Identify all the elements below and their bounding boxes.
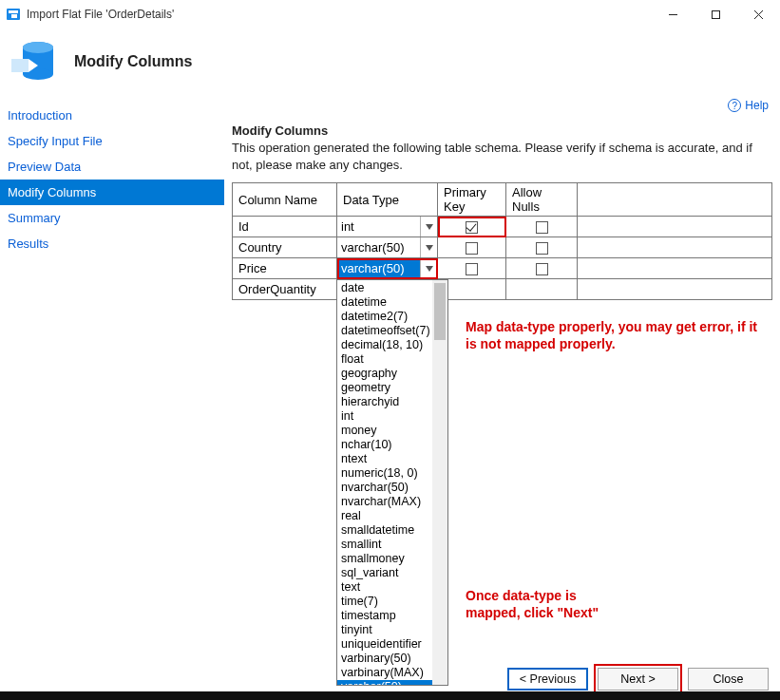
help-link[interactable]: ? Help xyxy=(728,99,769,112)
annotation-map-type: Map data-type properly, you may get erro… xyxy=(466,318,760,352)
dropdown-option[interactable]: datetime2(7) xyxy=(337,310,447,324)
data-type-value: int xyxy=(337,218,420,236)
dropdown-option[interactable]: tinyint xyxy=(337,623,447,637)
dropdown-option[interactable]: float xyxy=(337,352,447,367)
dropdown-option[interactable]: numeric(18, 0) xyxy=(337,466,447,481)
svg-rect-11 xyxy=(11,59,29,72)
cell-column-name[interactable]: OrderQuantity xyxy=(233,279,337,300)
dropdown-option[interactable]: date xyxy=(337,281,447,295)
col-header-type[interactable]: Data Type xyxy=(337,183,438,217)
dropdown-option[interactable]: nchar(10) xyxy=(337,438,447,452)
col-header-name[interactable]: Column Name xyxy=(233,183,337,217)
sidebar-item-introduction[interactable]: Introduction xyxy=(0,103,224,128)
cell-empty xyxy=(578,279,772,300)
database-import-icon xyxy=(10,38,57,85)
data-type-value: varchar(50) xyxy=(337,238,420,256)
cell-column-name[interactable]: Id xyxy=(233,217,337,237)
col-header-empty xyxy=(578,183,772,217)
cell-empty xyxy=(578,258,772,279)
schema-table: Column Name Data Type Primary Key Allow … xyxy=(232,182,772,300)
next-button[interactable]: Next > xyxy=(598,668,678,691)
app-icon xyxy=(6,7,21,22)
cell-allow-nulls[interactable] xyxy=(506,279,578,300)
checkbox-nulls[interactable] xyxy=(536,242,548,255)
sidebar-item-preview-data[interactable]: Preview Data xyxy=(0,154,224,180)
data-type-dropdown[interactable]: datedatetimedatetime2(7)datetimeoffset(7… xyxy=(336,279,448,686)
dropdown-option[interactable]: money xyxy=(337,424,447,438)
dropdown-option[interactable]: varbinary(MAX) xyxy=(337,666,447,680)
cell-data-type[interactable]: varchar(50) xyxy=(337,237,438,258)
maximize-button[interactable] xyxy=(694,0,737,28)
table-row: Price varchar(50) xyxy=(233,258,772,279)
sidebar-item-specify-input[interactable]: Specify Input File xyxy=(0,128,224,154)
dropdown-option[interactable]: timestamp xyxy=(337,609,447,623)
col-header-nulls[interactable]: Allow Nulls xyxy=(506,183,578,217)
checkbox-pk[interactable] xyxy=(466,263,478,275)
dropdown-option[interactable]: decimal(18, 10) xyxy=(337,338,447,352)
dropdown-option[interactable]: smallmoney xyxy=(337,552,447,566)
page-title: Modify Columns xyxy=(74,53,192,70)
dropdown-option[interactable]: real xyxy=(337,509,447,523)
dropdown-option[interactable]: sql_variant xyxy=(337,566,447,580)
annotation-next-l1: Once data-type is xyxy=(466,587,577,604)
sidebar-item-modify-columns[interactable]: Modify Columns xyxy=(0,180,224,205)
cell-empty xyxy=(578,217,772,237)
sidebar-item-results[interactable]: Results xyxy=(0,231,224,256)
window-titlebar: Import Flat File 'OrderDetails' xyxy=(0,0,780,28)
dropdown-option[interactable]: smalldatetime xyxy=(337,523,447,538)
dropdown-option[interactable]: hierarchyid xyxy=(337,395,447,409)
checkbox-pk[interactable] xyxy=(466,242,478,255)
cell-column-name[interactable]: Price xyxy=(233,258,337,279)
cell-column-name[interactable]: Country xyxy=(233,237,337,258)
dropdown-option[interactable]: datetimeoffset(7) xyxy=(337,324,447,338)
dropdown-option[interactable]: nvarchar(50) xyxy=(337,481,447,495)
cell-primary-key[interactable] xyxy=(438,217,506,237)
dropdown-scrollbar[interactable] xyxy=(432,280,447,685)
cell-primary-key[interactable] xyxy=(438,258,506,279)
cell-data-type[interactable]: int xyxy=(337,217,438,237)
chevron-down-icon[interactable] xyxy=(420,217,437,236)
dropdown-option[interactable]: uniqueidentifier xyxy=(337,637,447,652)
cell-allow-nulls[interactable] xyxy=(506,258,578,279)
previous-button[interactable]: < Previous xyxy=(507,668,588,691)
svg-marker-14 xyxy=(426,245,433,251)
taskbar xyxy=(0,691,780,700)
annotation-next-l2: mapped, click "Next" xyxy=(466,604,599,621)
dropdown-option[interactable]: geometry xyxy=(337,381,447,395)
table-row: OrderQuantity xyxy=(233,279,772,300)
chevron-down-icon[interactable] xyxy=(420,237,437,257)
cell-primary-key[interactable] xyxy=(438,237,506,258)
checkbox-nulls[interactable] xyxy=(536,263,548,275)
close-wizard-button[interactable]: Close xyxy=(688,668,769,691)
col-header-pk[interactable]: Primary Key xyxy=(438,183,506,217)
dropdown-option[interactable]: int xyxy=(337,409,447,424)
help-icon: ? xyxy=(728,99,741,112)
svg-rect-4 xyxy=(713,10,720,18)
cell-allow-nulls[interactable] xyxy=(506,237,578,258)
dropdown-option[interactable]: smallint xyxy=(337,538,447,552)
dropdown-option[interactable]: nvarchar(MAX) xyxy=(337,495,447,509)
sidebar-item-summary[interactable]: Summary xyxy=(0,205,224,231)
dropdown-option[interactable]: varchar(50) xyxy=(337,680,447,686)
checkbox-nulls[interactable] xyxy=(536,221,548,234)
chevron-down-icon[interactable] xyxy=(420,258,437,278)
dropdown-option[interactable]: ntext xyxy=(337,452,447,466)
minimize-button[interactable] xyxy=(652,0,694,28)
window-title: Import Flat File 'OrderDetails' xyxy=(27,8,174,21)
svg-marker-15 xyxy=(426,266,433,272)
scrollbar-thumb[interactable] xyxy=(434,283,446,340)
cell-empty xyxy=(578,237,772,258)
close-button[interactable] xyxy=(737,0,780,28)
dropdown-option[interactable]: datetime xyxy=(337,295,447,310)
dropdown-option[interactable]: text xyxy=(337,580,447,595)
svg-marker-13 xyxy=(426,224,433,230)
svg-point-10 xyxy=(23,42,53,53)
help-text: Help xyxy=(745,99,769,112)
cell-allow-nulls[interactable] xyxy=(506,217,578,237)
cell-data-type[interactable]: varchar(50) xyxy=(337,258,438,279)
svg-rect-1 xyxy=(9,10,18,13)
dropdown-option[interactable]: varbinary(50) xyxy=(337,652,447,666)
dropdown-option[interactable]: geography xyxy=(337,367,447,381)
checkbox-pk[interactable] xyxy=(466,221,478,234)
dropdown-option[interactable]: time(7) xyxy=(337,595,447,609)
